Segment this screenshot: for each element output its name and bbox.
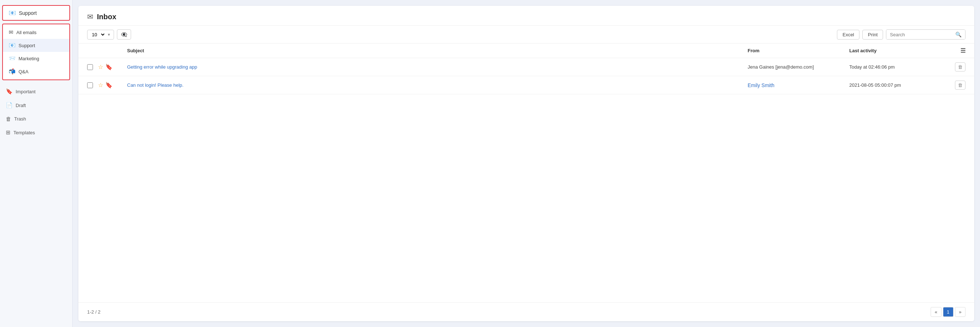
sidebar-item-label: Q&A [19, 69, 28, 75]
sidebar: 📧 Support ✉ All emails 📧 Support 📨 Marke… [0, 0, 73, 327]
inbox-header-icon: ✉ [87, 12, 93, 21]
qa-icon: 📬 [9, 68, 16, 75]
sidebar-item-draft[interactable]: 📄 Draft [0, 98, 72, 112]
from-link[interactable]: Emily Smith [748, 83, 849, 88]
prev-page-button[interactable]: « [931, 307, 941, 317]
eye-slash-icon: 👁‍🗨 [121, 32, 127, 37]
support-inbox-icon: 📧 [9, 10, 16, 16]
templates-icon: ⊞ [6, 129, 11, 136]
last-activity-column-header: Last activity [849, 48, 951, 53]
sidebar-item-support[interactable]: 📧 Support [3, 39, 69, 52]
pagination-bar: 1-2 / 2 « 1 » [78, 302, 974, 321]
pagination-info: 1-2 / 2 [87, 309, 100, 315]
pagination-controls: « 1 » [931, 307, 966, 317]
trash-icon: 🗑 [6, 116, 11, 122]
delete-button[interactable]: 🗑 [955, 62, 966, 71]
sidebar-support-label: Support [19, 10, 37, 16]
last-activity-text: 2021-08-05 05:00:07 pm [849, 83, 951, 88]
sidebar-nav-label: Draft [16, 103, 26, 108]
sidebar-item-label: All emails [16, 30, 37, 35]
sidebar-nav-label: Templates [13, 130, 35, 135]
row-checkbox[interactable] [87, 64, 93, 70]
marketing-icon: 📨 [9, 55, 16, 62]
main-content: ✉ Inbox 10 25 50 100 ▼ 👁‍🗨 Excel Print [73, 0, 980, 327]
page-header: ✉ Inbox [78, 6, 974, 26]
from-column-header: From [748, 48, 849, 53]
column-menu-icon[interactable]: ☰ [960, 47, 966, 54]
next-page-button[interactable]: » [955, 307, 966, 317]
sidebar-item-qa[interactable]: 📬 Q&A [3, 65, 69, 78]
all-emails-icon: ✉ [9, 29, 13, 36]
row-checkbox[interactable] [87, 83, 93, 88]
toolbar: 10 25 50 100 ▼ 👁‍🗨 Excel Print 🔍 [78, 26, 974, 44]
current-page-button[interactable]: 1 [943, 307, 953, 317]
trash-icon: 🗑 [958, 83, 963, 88]
email-table: ☆ 🔖 Getting error while upgrading app Je… [78, 58, 974, 302]
sidebar-item-marketing[interactable]: 📨 Marketing [3, 52, 69, 65]
sidebar-item-label: Marketing [19, 56, 39, 61]
per-page-dropdown[interactable]: 10 25 50 100 [91, 32, 106, 38]
table-row: ☆ 🔖 Can not login! Please help. Emily Sm… [78, 76, 974, 94]
sidebar-item-all-emails[interactable]: ✉ All emails [3, 26, 69, 39]
excel-button[interactable]: Excel [837, 30, 859, 40]
content-area: ✉ Inbox 10 25 50 100 ▼ 👁‍🗨 Excel Print [78, 6, 974, 321]
sidebar-item-important[interactable]: 🔖 Important [0, 84, 72, 98]
star-icon[interactable]: ☆ [98, 63, 103, 70]
page-title: Inbox [97, 13, 116, 21]
row-actions: ☆ 🔖 [98, 63, 127, 70]
support-icon: 📧 [9, 42, 16, 49]
toolbar-right: Excel Print 🔍 [837, 29, 966, 40]
sidebar-item-trash[interactable]: 🗑 Trash [0, 112, 72, 125]
draft-icon: 📄 [6, 102, 13, 108]
chevron-down-icon: ▼ [107, 33, 111, 37]
sidebar-item-label: Support [19, 43, 35, 48]
email-subject-link[interactable]: Getting error while upgrading app [127, 64, 748, 70]
search-button[interactable]: 🔍 [952, 30, 965, 39]
search-input[interactable] [886, 30, 952, 39]
sidebar-dropdown: ✉ All emails 📧 Support 📨 Marketing 📬 Q&A [2, 24, 70, 80]
delete-button[interactable]: 🗑 [955, 81, 966, 90]
per-page-selector[interactable]: 10 25 50 100 ▼ [87, 30, 114, 40]
search-box: 🔍 [886, 29, 966, 40]
search-icon: 🔍 [955, 32, 961, 37]
bookmark-icon[interactable]: 🔖 [105, 82, 113, 89]
print-button[interactable]: Print [862, 30, 883, 40]
sidebar-nav: 🔖 Important 📄 Draft 🗑 Trash ⊞ Templates [0, 82, 72, 140]
bookmark-icon[interactable]: 🔖 [105, 63, 113, 70]
email-subject-link[interactable]: Can not login! Please help. [127, 83, 748, 88]
last-activity-text: Today at 02:46:06 pm [849, 64, 951, 70]
row-actions: ☆ 🔖 [98, 82, 127, 89]
hide-button[interactable]: 👁‍🗨 [117, 29, 131, 40]
table-row: ☆ 🔖 Getting error while upgrading app Je… [78, 58, 974, 76]
from-text: Jena Gaines [jena@demo.com] [748, 64, 849, 70]
subject-column-header: Subject [127, 48, 748, 53]
sidebar-item-templates[interactable]: ⊞ Templates [0, 125, 72, 140]
table-header: Subject From Last activity ☰ [78, 44, 974, 58]
sidebar-nav-label: Important [16, 89, 36, 94]
star-icon[interactable]: ☆ [98, 82, 103, 89]
trash-icon: 🗑 [958, 64, 963, 70]
sidebar-support-selected[interactable]: 📧 Support [2, 5, 70, 21]
sidebar-nav-label: Trash [14, 116, 26, 122]
important-icon: 🔖 [6, 88, 13, 95]
